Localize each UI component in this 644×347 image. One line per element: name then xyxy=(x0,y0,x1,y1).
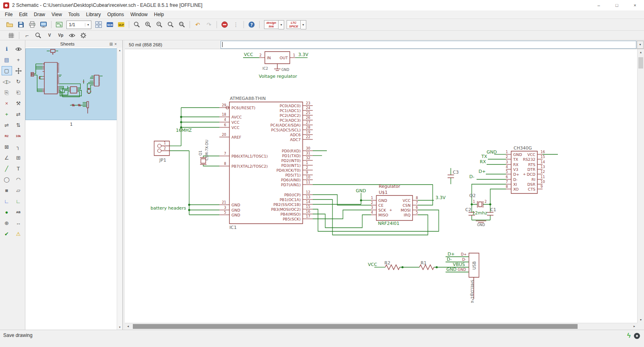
atmega88-ic1-pinname-16[interactable]: PB4(MISO) xyxy=(281,212,301,216)
delete-icon[interactable]: × xyxy=(2,99,12,108)
open-file-icon[interactable] xyxy=(4,20,15,29)
ch340g-ic-pinname-14[interactable]: RTS xyxy=(528,162,535,167)
sheet-thumbnail[interactable] xyxy=(25,48,117,120)
ch340g-ic-pinname-12[interactable]: DCD xyxy=(527,172,535,177)
sch-label-2[interactable]: IC2 xyxy=(262,66,268,71)
sch-label-43[interactable]: USB xyxy=(472,261,477,270)
nrf24l01-u1-pinname-3[interactable]: SCK xyxy=(378,208,386,212)
scroll-up-arrow[interactable]: ▴ xyxy=(638,49,644,56)
atmega88-ic1-pinname-11[interactable]: PD7(AIN1) xyxy=(281,183,301,187)
zoom-select-icon[interactable] xyxy=(177,20,187,29)
canvas-vertical-scrollbar[interactable]: ▴ ▾ xyxy=(637,49,644,323)
atmega88-ic1-pinnum-20[interactable]: 20 xyxy=(222,133,226,137)
attribute-icon[interactable]: ⊕ xyxy=(2,218,12,228)
atmega88-ic1-pinname-6[interactable]: VCC xyxy=(231,125,239,130)
sch-label-20[interactable]: GND xyxy=(487,150,497,155)
zoom-fit-icon[interactable] xyxy=(132,20,142,29)
invoke-icon[interactable]: ⊞ xyxy=(13,153,24,162)
gateswap-icon[interactable]: ⇅ xyxy=(13,121,24,130)
display-layers-icon[interactable]: ▤ xyxy=(2,55,12,64)
settings-gear-icon[interactable] xyxy=(78,31,89,40)
scroll-right-arrow[interactable]: ▸ xyxy=(631,323,638,330)
sch-label-35[interactable]: R1 xyxy=(421,260,427,266)
atmega88-ic1-pinnum-4[interactable]: 4 xyxy=(224,118,226,122)
sch-label-15[interactable]: Regulator xyxy=(379,184,400,189)
atmega88-ic1-pinname-25[interactable]: PC2(ADC2) xyxy=(280,113,301,118)
nrf24l01-u1-pinname-7[interactable]: CSN xyxy=(402,203,411,208)
sch-label-30[interactable]: 12mhz xyxy=(472,210,487,216)
ltc-spice-button[interactable]: LTCSPICE xyxy=(287,20,301,29)
atmega88-ic1-pinnum-9[interactable]: 9 xyxy=(306,170,308,175)
atmega88-ic1-pinnum-22[interactable]: 22 xyxy=(306,135,310,139)
atmega88-ic1-pinnum-15[interactable]: 15 xyxy=(306,205,310,209)
label-icon[interactable]: AB xyxy=(13,208,24,217)
sch-label-44[interactable]: SHIELD@1*4 xyxy=(470,280,474,303)
atmega88-ic1-pinname-5[interactable]: GND xyxy=(231,213,240,217)
atmega88-ic1-pinnum-29[interactable]: 29 xyxy=(222,103,226,107)
close-panel-icon[interactable]: × xyxy=(114,42,117,46)
sch-label-6[interactable]: IC1 xyxy=(229,225,237,230)
ch340g-ic-pinname-5[interactable]: D+ xyxy=(513,172,519,177)
atmega88-ic1-pinnum-13[interactable]: 13 xyxy=(306,195,310,199)
frames-icon[interactable] xyxy=(93,20,104,29)
atmega88-ic1-pinnum-12[interactable]: 12 xyxy=(306,190,310,194)
net-wire-34[interactable] xyxy=(89,85,93,89)
atmega88-ic1-pinnum-3[interactable]: 3 xyxy=(224,206,226,210)
schematic-icon[interactable]: SCH xyxy=(105,20,115,29)
atmega88-ic1-pinname-4[interactable]: VCC xyxy=(231,120,239,125)
ch340g-ic-pinnum-11[interactable]: 11 xyxy=(541,175,545,179)
net-wire-21[interactable] xyxy=(313,199,428,235)
smash-icon[interactable]: ⊠ xyxy=(2,142,12,152)
voltage-regulator-ic2-body[interactable] xyxy=(51,50,55,53)
sch-label-13[interactable]: battery headers xyxy=(151,206,186,211)
ch340g-ic-pinname-2[interactable]: TX xyxy=(513,157,518,162)
lightning-status-icon[interactable]: ϟ xyxy=(627,332,631,340)
atmega88-ic1-pinnum-14[interactable]: 14 xyxy=(306,200,310,204)
ch340g-ic-pinnum-15[interactable]: 15 xyxy=(541,155,545,159)
command-line-input[interactable] xyxy=(221,42,636,48)
net-wire-23[interactable] xyxy=(313,214,371,228)
ch340g-ic-pinname-7[interactable]: XI xyxy=(513,182,517,187)
sheet-combo[interactable]: 1/1▾ xyxy=(66,21,91,29)
atmega88-ic1-pinname-31[interactable]: PD1(TXD) xyxy=(282,154,301,158)
title-bar[interactable]: 2 Schematic - C:\Users\user\Desktop\Cube… xyxy=(0,0,644,11)
sch-label-19[interactable]: CH340G xyxy=(514,145,532,151)
ulp-icon[interactable]: ULP xyxy=(116,20,126,29)
sch-label-16[interactable]: U$1 xyxy=(379,190,388,195)
schematic-drawing[interactable]: 2IN1OUT29PC6(/RESET)18AVCC4VCC6VCC20AREF… xyxy=(125,49,638,323)
nrf24l01-u1-pinname-2[interactable]: CE xyxy=(378,203,384,208)
atmega88-ic1-pinnum-16[interactable]: 16 xyxy=(306,210,310,214)
atmega88-ic1-pinnum-17[interactable]: 17 xyxy=(306,214,310,218)
net-wire-24[interactable] xyxy=(313,209,439,231)
rect-icon[interactable]: ■ xyxy=(2,186,12,195)
sch-label-12[interactable]: 2 xyxy=(164,147,166,150)
sheets-scrollbar[interactable]: ▴ ▾ xyxy=(117,48,122,330)
atmega88-ic1-pinnum-26[interactable]: 26 xyxy=(306,116,310,120)
net-class-vp-icon[interactable]: Vp xyxy=(56,31,66,40)
mark-icon[interactable]: + xyxy=(13,55,24,64)
atmega88-ic1-pinnum-32[interactable]: 32 xyxy=(306,156,310,160)
stop-icon[interactable] xyxy=(219,20,230,29)
sch-label-28[interactable]: 2 xyxy=(485,200,487,204)
part-circle-0[interactable] xyxy=(31,73,32,74)
part-box-1[interactable] xyxy=(89,88,89,89)
atmega88-ic1-pinname-13[interactable]: PB1(OC1A) xyxy=(280,197,301,202)
atmega88-ic1-pinnum-5[interactable]: 5 xyxy=(224,210,226,214)
nrf24l01-u1-pinname-6[interactable]: MOSI xyxy=(400,208,411,212)
atmega88-ic1-pinname-1[interactable]: PD3(INT1) xyxy=(281,163,301,168)
atmega88-ic1-pinname-24[interactable]: PC1(ADC1) xyxy=(280,108,301,113)
sch-label-32[interactable]: GND xyxy=(477,223,485,227)
ch340g-ic-pinnum-9[interactable]: 9 xyxy=(541,185,543,189)
sch-label-8[interactable]: Q1 xyxy=(198,150,202,156)
part-circle-0[interactable] xyxy=(158,144,161,148)
vertical-scrollbar-thumb[interactable] xyxy=(638,57,643,69)
float-panel-icon[interactable]: ⊞ xyxy=(109,42,113,46)
atmega88-ic1-pinnum-10[interactable]: 10 xyxy=(306,175,310,179)
sch-label-4[interactable]: Voltage regulator xyxy=(259,74,297,79)
atmega88-ic1-pinname-14[interactable]: PB2(SS/OC1B) xyxy=(273,202,301,207)
value-icon[interactable]: 10k xyxy=(13,131,24,141)
voltage-regulator-ic2-pinnum-1[interactable]: 1 xyxy=(293,53,295,57)
ch340g-ic-pinnum-2[interactable]: 2 xyxy=(506,155,508,159)
ch340g-ic-pinname-3[interactable]: RX xyxy=(513,162,519,167)
atmega88-ic1-pinname-20[interactable]: AREF xyxy=(231,135,242,139)
